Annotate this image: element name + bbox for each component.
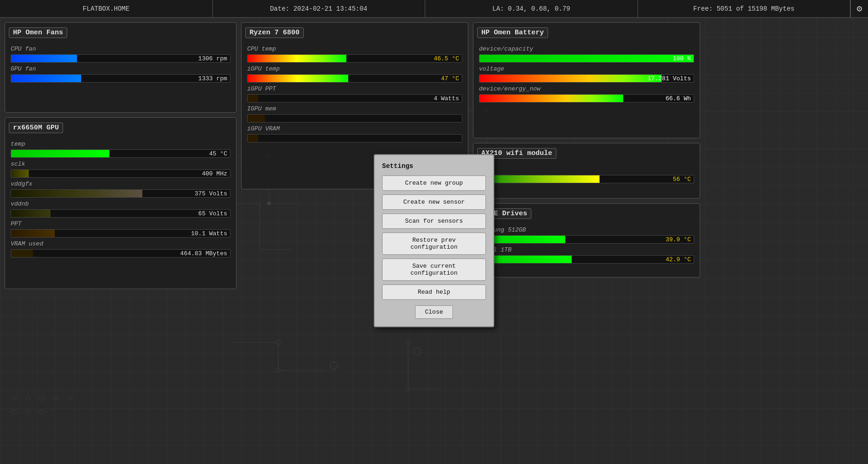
wifi-temp-row: 56 °C (479, 175, 694, 183)
hostname-label: FLATBOX.HOME (83, 5, 129, 13)
vddgfx-label: vddgfx (11, 180, 230, 187)
cpu-fan-value: 1306 rpm (198, 55, 227, 62)
vddgfx-value: 375 Volts (195, 190, 227, 197)
vddnb-label: vddnb (11, 200, 230, 207)
igpu-ppt-row: 4 Watts (247, 94, 462, 103)
voltage-row: 17.281 Volts (479, 74, 694, 83)
gpu-panel-title: rx6650M GPU (9, 122, 63, 133)
capacity-bar: 100 % (479, 54, 694, 63)
igpu-vram-row (247, 134, 462, 142)
settings-modal-title: Settings (382, 162, 486, 170)
ppt-label: PPT (11, 220, 230, 227)
sclk-bar-fill (11, 170, 29, 177)
vddnb-row: 65 Volts (11, 209, 230, 218)
cpu-temp-label: CPU temp (247, 45, 462, 52)
sclk-value: 400 MHz (202, 170, 227, 177)
igpu-temp-bar: 47 °C (247, 74, 462, 83)
ppt-value: 10.1 Watts (191, 230, 227, 237)
gpu-fan-bar: 1333 rpm (11, 74, 230, 83)
memory-display: Free: 5051 of 15198 MBytes (638, 0, 851, 17)
gpu-temp-bar-fill (11, 150, 109, 157)
igpu-ppt-bar-fill (248, 95, 258, 102)
igpu-temp-label: iGPU temp (247, 65, 462, 72)
cpu-temp-bar: 46.5 °C (247, 54, 462, 63)
igpu-mem-bar (247, 114, 462, 122)
capacity-bar-fill (479, 55, 694, 62)
voltage-bar: 17.281 Volts (479, 74, 694, 83)
cpu-fan-label: CPU fan (11, 45, 230, 52)
gpu-fan-bar-fill (11, 75, 81, 82)
vram-row: 464.83 MBytes (11, 249, 230, 258)
gpu-panel: rx6650M GPU temp 45 °C sclk 400 MHz vddg… (5, 117, 236, 289)
create-group-button[interactable]: Create new group (382, 175, 486, 191)
fans-panel-title: HP Omen Fans (9, 27, 67, 38)
igpu-temp-value: 47 °C (441, 75, 459, 82)
cpu-fan-row: 1306 rpm (11, 54, 230, 63)
cpu-temp-bar-fill (248, 55, 346, 62)
datetime-display: Date: 2024-02-21 13:45:04 (213, 0, 426, 17)
vram-label: VRAM used (11, 240, 230, 247)
intel-bar: 42.9 °C (479, 255, 694, 264)
intel-row: 42.9 °C (479, 255, 694, 264)
samsung-row: 39.9 °C (479, 235, 694, 244)
scan-sensors-button[interactable]: Scan for sensors (382, 213, 486, 229)
wifi-panel: AX210 wifi module temp 56 °C (473, 143, 700, 199)
voltage-bar-fill (479, 75, 662, 82)
ppt-bar-fill (11, 230, 55, 237)
wifi-temp-label: temp (479, 166, 694, 173)
battery-panel-title: HP Omen Battery (477, 27, 548, 38)
settings-modal: Settings Create new group Create new sen… (374, 154, 494, 327)
gpu-temp-row: 45 °C (11, 149, 230, 158)
samsung-value: 39.9 °C (665, 236, 691, 243)
gpu-temp-label: temp (11, 141, 230, 148)
igpu-vram-bar (247, 134, 462, 142)
battery-panel: HP Omen Battery device/capacity 100 % vo… (473, 22, 700, 138)
igpu-vram-bar-fill (248, 135, 258, 142)
energy-bar-fill (479, 95, 623, 102)
sclk-row: 400 MHz (11, 169, 230, 178)
save-config-button[interactable]: Save current configuration (382, 258, 486, 281)
igpu-temp-bar-fill (248, 75, 348, 82)
vddgfx-row: 375 Volts (11, 189, 230, 198)
wifi-temp-bar: 56 °C (479, 175, 694, 183)
gpu-temp-bar: 45 °C (11, 149, 230, 158)
wifi-temp-bar-fill (479, 175, 600, 183)
vram-value: 464.83 MBytes (180, 250, 227, 257)
energy-value: 66.6 Wh (665, 95, 691, 102)
capacity-row: 100 % (479, 54, 694, 63)
capacity-label: device/capacity (479, 45, 694, 52)
energy-label: device/energy_now (479, 85, 694, 92)
capacity-value: 100 % (673, 55, 691, 62)
gpu-fan-label: GPU fan (11, 65, 230, 72)
vddgfx-bar-fill (11, 190, 142, 197)
energy-bar: 66.6 Wh (479, 94, 694, 103)
vddnb-bar: 65 Volts (11, 209, 230, 218)
voltage-label: voltage (479, 65, 694, 72)
wifi-temp-value: 56 °C (673, 176, 691, 183)
restore-config-button[interactable]: Restore prev configuration (382, 232, 486, 255)
igpu-mem-label: IGPU mem (247, 105, 462, 112)
create-sensor-button[interactable]: Create new sensor (382, 194, 486, 210)
vddnb-bar-fill (11, 210, 51, 217)
nvme-panel: NVME Drives Samsung 512GB 39.9 °C Intel … (473, 203, 700, 277)
read-help-button[interactable]: Read help (382, 284, 486, 300)
igpu-ppt-bar: 4 Watts (247, 94, 462, 103)
intel-label: Intel 1TB (479, 246, 694, 253)
gpu-fan-row: 1333 rpm (11, 74, 230, 83)
top-bar: FLATBOX.HOME Date: 2024-02-21 13:45:04 L… (0, 0, 868, 18)
igpu-mem-bar-fill (248, 115, 265, 122)
settings-gear-icon[interactable]: ⚙ (850, 0, 868, 18)
igpu-temp-row: 47 °C (247, 74, 462, 83)
ppt-row: 10.1 Watts (11, 229, 230, 238)
cpu-temp-row: 46.5 °C (247, 54, 462, 63)
ppt-bar: 10.1 Watts (11, 229, 230, 238)
intel-value: 42.9 °C (665, 256, 691, 263)
cpu-fan-bar: 1306 rpm (11, 54, 230, 63)
vddgfx-bar: 375 Volts (11, 189, 230, 198)
sclk-label: sclk (11, 161, 230, 168)
cpu-panel-title: Ryzen 7 6800 (245, 27, 304, 38)
igpu-ppt-label: iGPU PPT (247, 85, 462, 92)
close-button[interactable]: Close (415, 305, 453, 319)
gpu-temp-value: 45 °C (209, 150, 227, 157)
igpu-vram-label: iGPU VRAM (247, 125, 462, 132)
